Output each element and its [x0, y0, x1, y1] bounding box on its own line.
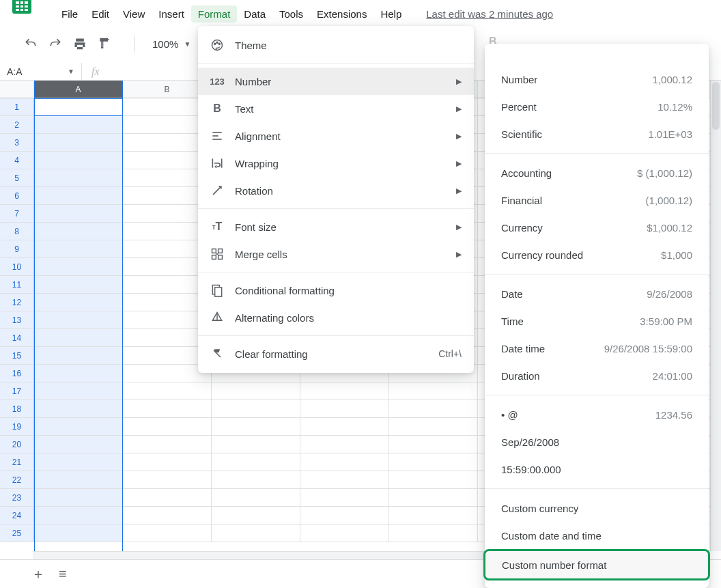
menu-tools[interactable]: Tools [272, 5, 310, 23]
cell[interactable] [389, 436, 478, 453]
cell[interactable] [34, 134, 123, 152]
number-format-percent[interactable]: Percent10.12% [485, 93, 709, 120]
row-header[interactable]: 14 [0, 329, 34, 347]
number-format-[interactable]: • @1234.56 [485, 401, 709, 428]
cell[interactable] [34, 436, 123, 453]
cell[interactable] [389, 400, 478, 418]
cell[interactable] [34, 276, 123, 294]
format-menu-item-wrapping[interactable]: Wrapping▶ [198, 150, 474, 177]
row-header[interactable]: 23 [0, 489, 34, 507]
cell[interactable] [34, 116, 123, 134]
format-menu-item-text[interactable]: BText▶ [198, 95, 474, 122]
row-header[interactable]: 11 [0, 276, 34, 294]
row-header[interactable]: 6 [0, 187, 34, 205]
cell[interactable] [34, 294, 123, 311]
cell[interactable] [34, 98, 123, 116]
cell[interactable] [300, 400, 389, 418]
select-all-corner[interactable] [0, 81, 34, 98]
number-format-custom-number-format[interactable]: Custom number format [483, 549, 710, 580]
all-sheets-button[interactable]: ≡ [59, 566, 67, 582]
row-header[interactable]: 17 [0, 382, 34, 400]
cell[interactable] [389, 382, 478, 400]
cell[interactable] [212, 400, 300, 418]
row-header[interactable]: 21 [0, 453, 34, 471]
paint-format-icon[interactable] [97, 36, 112, 51]
cell[interactable] [123, 382, 212, 400]
menu-view[interactable]: View [116, 5, 152, 23]
format-menu-item-font-size[interactable]: тTFont size▶ [198, 213, 474, 240]
format-menu-item-alignment[interactable]: Alignment▶ [198, 122, 474, 150]
number-format-duration[interactable]: Duration24:01:00 [485, 362, 709, 389]
number-format-currency[interactable]: Currency$1,000.12 [485, 214, 709, 241]
cell[interactable] [34, 489, 123, 507]
menu-extensions[interactable]: Extensions [310, 5, 373, 23]
row-header[interactable]: 1 [0, 98, 34, 116]
row-header[interactable]: 3 [0, 134, 34, 152]
number-format-number[interactable]: Number1,000.12 [485, 66, 709, 93]
row-header[interactable]: 2 [0, 116, 34, 134]
format-menu-item-alternating-colors[interactable]: Alternating colors [198, 304, 474, 331]
cell[interactable] [34, 382, 123, 400]
row-header[interactable]: 18 [0, 400, 34, 418]
cell[interactable] [300, 453, 389, 471]
cell[interactable] [34, 223, 123, 240]
cell[interactable] [123, 489, 212, 507]
cell[interactable] [389, 524, 478, 542]
cell[interactable] [34, 258, 123, 276]
menu-help[interactable]: Help [373, 5, 408, 23]
cell[interactable] [300, 382, 389, 400]
cell[interactable] [34, 347, 123, 365]
menu-edit[interactable]: Edit [85, 5, 116, 23]
cell[interactable] [34, 240, 123, 258]
cell[interactable] [123, 471, 212, 489]
cell[interactable] [212, 489, 300, 507]
number-format-custom-currency[interactable]: Custom currency [485, 494, 709, 522]
row-header[interactable]: 9 [0, 240, 34, 258]
cell[interactable] [123, 400, 212, 418]
cell[interactable] [34, 169, 123, 187]
row-header[interactable]: 7 [0, 205, 34, 223]
cell[interactable] [123, 524, 212, 542]
row-header[interactable]: 22 [0, 471, 34, 489]
print-icon[interactable] [72, 36, 87, 51]
cell[interactable] [300, 489, 389, 507]
zoom-select[interactable]: 100% ▼ [147, 36, 196, 53]
cell[interactable] [34, 524, 123, 542]
cell[interactable] [34, 507, 123, 524]
cell[interactable] [212, 418, 300, 436]
row-header[interactable]: 5 [0, 169, 34, 187]
number-format-custom-date-and-time[interactable]: Custom date and time [485, 522, 709, 549]
menu-data[interactable]: Data [237, 5, 272, 23]
number-format-sep-26-2008[interactable]: Sep/26/2008 [485, 428, 709, 456]
column-header-A[interactable]: A [34, 81, 123, 98]
cell[interactable] [34, 187, 123, 205]
format-menu-item-theme[interactable]: Theme [198, 31, 474, 59]
cell[interactable] [212, 453, 300, 471]
row-header[interactable]: 10 [0, 258, 34, 276]
format-menu-item-merge-cells[interactable]: Merge cells▶ [198, 240, 474, 268]
undo-icon[interactable] [23, 36, 38, 51]
format-menu-item-conditional-formatting[interactable]: Conditional formatting [198, 277, 474, 304]
row-header[interactable]: 13 [0, 311, 34, 329]
number-format-date-time[interactable]: Date time9/26/2008 15:59:00 [485, 335, 709, 362]
number-format-currency-rounded[interactable]: Currency rounded$1,000 [485, 241, 709, 268]
add-sheet-button[interactable]: ＋ [31, 565, 45, 583]
row-header[interactable]: 25 [0, 524, 34, 542]
cell[interactable] [34, 329, 123, 347]
number-format-scientific[interactable]: Scientific1.01E+03 [485, 120, 709, 148]
format-menu-item-number[interactable]: 123Number▶ [198, 68, 474, 95]
cell[interactable] [389, 453, 478, 471]
row-header[interactable]: 16 [0, 365, 34, 382]
number-format-15-59-00-000[interactable]: 15:59:00.000 [485, 456, 709, 483]
cell[interactable] [212, 524, 300, 542]
cell[interactable] [123, 436, 212, 453]
row-header[interactable]: 15 [0, 347, 34, 365]
cell[interactable] [34, 418, 123, 436]
cell[interactable] [34, 152, 123, 169]
cell[interactable] [389, 507, 478, 524]
format-menu-item-clear-formatting[interactable]: Clear formattingCtrl+\ [198, 340, 474, 367]
cell[interactable] [123, 453, 212, 471]
cell[interactable] [300, 418, 389, 436]
cell[interactable] [389, 489, 478, 507]
sheets-logo-icon[interactable] [12, 0, 31, 14]
